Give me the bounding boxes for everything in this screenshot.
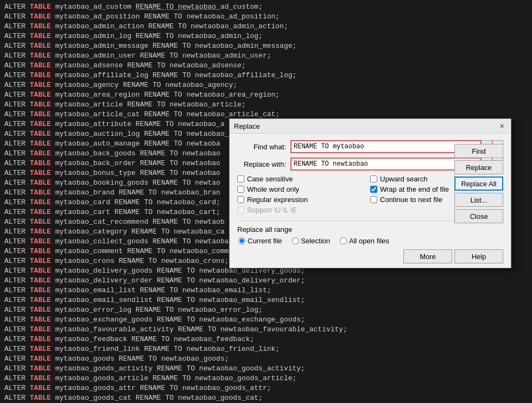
code-line: ALTER TABLE mytaobao_area_region RENAME … bbox=[4, 90, 528, 100]
radio-all-open-input[interactable] bbox=[340, 237, 347, 244]
code-line-1: ALTER TABLE mytaobao_ad_custom RENAME TO… bbox=[4, 2, 528, 12]
code-line: ALTER TABLE mytaobao_feedback RENAME TO … bbox=[4, 335, 528, 344]
code-line: ALTER TABLE mytaobao_adsense RENAME TO n… bbox=[4, 61, 528, 71]
code-line: ALTER TABLE mytaobao_goods RENAME TO new… bbox=[4, 354, 528, 364]
bottom-buttons: More Help bbox=[237, 249, 503, 263]
radio-current-file-label: Current file bbox=[248, 237, 282, 245]
code-line: ALTER TABLE mytaobao_admin_user RENAME T… bbox=[4, 51, 528, 61]
radio-row: Current file Selection All open files bbox=[238, 237, 503, 245]
find-button[interactable]: Find bbox=[454, 144, 503, 158]
code-line: ALTER TABLE mytaobao_admin_log RENAME TO… bbox=[4, 32, 528, 41]
code-line: ALTER TABLE mytaobao_email_list RENAME T… bbox=[4, 286, 528, 295]
replace-input[interactable] bbox=[290, 158, 482, 171]
regex-label[interactable]: Regular expression bbox=[247, 196, 308, 204]
list-button[interactable]: List... bbox=[454, 193, 503, 207]
code-line: ALTER TABLE mytaobao_error_log RENAME TO… bbox=[4, 305, 528, 315]
replace-all-button[interactable]: Replace All bbox=[454, 177, 503, 191]
code-line: ALTER TABLE mytaobao_goods_activity RENA… bbox=[4, 364, 528, 374]
more-button[interactable]: More bbox=[403, 249, 452, 263]
whole-word-row: Whole word only bbox=[237, 185, 370, 193]
code-line: ALTER TABLE mytaobao_delivery_order RENA… bbox=[4, 276, 528, 286]
wrap-end-label[interactable]: Wrap at the end of file bbox=[380, 185, 449, 193]
case-sensitive-row: Case sensitive bbox=[237, 175, 370, 183]
radio-selection[interactable]: Selection bbox=[292, 237, 330, 245]
close-button[interactable]: Close bbox=[454, 209, 503, 223]
dialog-close-button[interactable]: × bbox=[498, 122, 506, 130]
code-line: ALTER TABLE mytaobao_favourable_activity… bbox=[4, 325, 528, 335]
whole-word-checkbox[interactable] bbox=[237, 186, 244, 193]
support-label: Support \U \L \E bbox=[247, 206, 297, 214]
radio-current-file[interactable]: Current file bbox=[238, 237, 282, 245]
upward-search-label[interactable]: Upward search bbox=[380, 175, 427, 183]
find-input[interactable] bbox=[290, 140, 482, 153]
replace-button[interactable]: Replace bbox=[454, 160, 503, 174]
radio-all-open[interactable]: All open files bbox=[340, 237, 389, 245]
code-line: ALTER TABLE mytaobao_goods_cat RENAME TO… bbox=[4, 393, 528, 403]
range-label: Replace all range bbox=[237, 225, 503, 234]
dialog-title: Replace bbox=[234, 122, 260, 130]
code-line: ALTER TABLE mytaobao_article RENAME TO n… bbox=[4, 100, 528, 110]
regex-row: Regular expression bbox=[237, 196, 370, 204]
continue-next-checkbox[interactable] bbox=[370, 196, 377, 203]
replace-dialog: Replace × Find what: ▼ ▼ Replace with: ▼… bbox=[229, 118, 511, 268]
support-checkbox bbox=[237, 206, 244, 213]
radio-current-file-input[interactable] bbox=[238, 237, 245, 244]
code-line: ALTER TABLE mytaobao_friend_link RENAME … bbox=[4, 344, 528, 354]
replace-label: Replace with: bbox=[237, 160, 286, 168]
action-buttons: Find Replace Replace All List... Close bbox=[454, 144, 503, 223]
code-line: ALTER TABLE mytaobao_ad_position RENAME … bbox=[4, 12, 528, 22]
find-label: Find what: bbox=[237, 143, 286, 151]
code-line: ALTER TABLE mytaobao_exchange_goods RENA… bbox=[4, 315, 528, 325]
options-col-left: Case sensitive Whole word only Regular e… bbox=[237, 175, 370, 216]
code-line: ALTER TABLE mytaobao_admin_action RENAME… bbox=[4, 22, 528, 32]
wrap-end-checkbox[interactable] bbox=[370, 186, 377, 193]
code-line: ALTER TABLE mytaobao_affiliate_log RENAM… bbox=[4, 71, 528, 80]
support-row: Support \U \L \E bbox=[237, 206, 370, 214]
continue-next-label[interactable]: Continue to next file bbox=[380, 196, 442, 204]
dialog-titlebar: Replace × bbox=[230, 119, 511, 134]
code-line: ALTER TABLE mytaobao_email_sendlist RENA… bbox=[4, 295, 528, 305]
help-button[interactable]: Help bbox=[454, 249, 503, 263]
code-line: ALTER TABLE mytaobao_goods_article RENAM… bbox=[4, 374, 528, 383]
whole-word-label[interactable]: Whole word only bbox=[247, 185, 299, 193]
regex-checkbox[interactable] bbox=[237, 196, 244, 203]
code-line: ALTER TABLE mytaobao_admin_message RENAM… bbox=[4, 41, 528, 51]
code-line: ALTER TABLE mytaobao_agency RENAME TO ne… bbox=[4, 80, 528, 90]
upward-search-checkbox[interactable] bbox=[370, 175, 377, 182]
case-sensitive-label[interactable]: Case sensitive bbox=[247, 175, 293, 183]
radio-all-open-label: All open files bbox=[349, 237, 389, 245]
code-line: ALTER TABLE mytaobao_goods_attr RENAME T… bbox=[4, 383, 528, 393]
range-section: Replace all range Current file Selection… bbox=[237, 225, 503, 245]
radio-selection-label: Selection bbox=[301, 237, 330, 245]
radio-selection-input[interactable] bbox=[292, 237, 299, 244]
case-sensitive-checkbox[interactable] bbox=[237, 175, 244, 182]
